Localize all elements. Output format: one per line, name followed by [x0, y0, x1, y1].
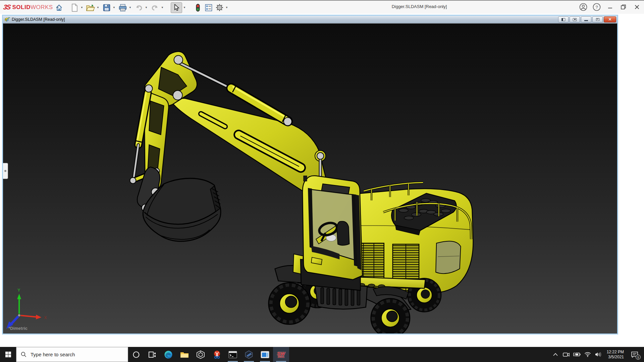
terminal-icon	[228, 351, 237, 358]
system-tray: 12:22 PM 3/5/2021 1	[551, 347, 644, 362]
task-view-icon	[148, 351, 156, 358]
tray-wifi-button[interactable]	[583, 347, 592, 362]
solidworks-logo: 3S SOLIDWORKS ▸	[3, 3, 59, 11]
taskbar-item-file-explorer[interactable]	[176, 347, 193, 362]
appearance-button[interactable]	[193, 2, 203, 13]
scissors-app-icon	[212, 350, 221, 359]
edge-icon	[164, 350, 173, 359]
tray-volume-button[interactable]	[594, 347, 603, 362]
new-document-dropdown[interactable]: ▼	[80, 2, 84, 13]
taskbar-item-window-app[interactable]	[257, 347, 273, 362]
document-window: Digger.SLDASM [Read-only] ✕	[2, 15, 618, 335]
doc-restore-icon	[596, 18, 599, 21]
splitter-dot-icon	[4, 170, 6, 172]
print-dropdown[interactable]: ▼	[128, 2, 132, 13]
help-button[interactable]: ?	[592, 2, 602, 12]
doc-minimize-icon	[584, 20, 588, 21]
svg-text:?: ?	[595, 5, 598, 10]
save-dropdown[interactable]: ▼	[112, 2, 116, 13]
new-document-icon	[71, 4, 78, 12]
save-button[interactable]	[102, 2, 112, 13]
search-icon	[21, 352, 26, 357]
start-button[interactable]	[0, 347, 16, 362]
assembly-icon	[5, 17, 10, 22]
file-explorer-icon	[180, 351, 189, 358]
brand-works: WORKS	[31, 4, 53, 10]
home-icon	[55, 4, 63, 11]
redo-button[interactable]	[150, 2, 160, 13]
wheel-front-outer[interactable]	[269, 283, 310, 324]
windows-logo-icon	[5, 352, 11, 357]
search-input[interactable]: Type here to search	[16, 347, 128, 362]
volume-icon	[595, 352, 601, 357]
open-dropdown[interactable]: ▼	[96, 2, 100, 13]
minimize-button[interactable]	[605, 2, 615, 12]
options-button[interactable]	[214, 2, 224, 13]
orientation-triad: Y X	[6, 288, 47, 329]
view-orientation-label: *Dimetric	[8, 326, 28, 331]
taskbar-item-solidworks[interactable]: SW 2021	[273, 347, 289, 362]
doc-close-button[interactable]: ✕	[604, 16, 616, 22]
notification-badge: 1	[636, 355, 641, 360]
action-center-button[interactable]: 1	[628, 347, 641, 362]
taskbar-item-snip-app[interactable]	[209, 347, 225, 362]
3d-viewer-icon	[196, 350, 205, 359]
undo-button[interactable]	[134, 2, 144, 13]
tray-clock[interactable]: 12:22 PM 3/5/2021	[605, 350, 626, 360]
new-document-button[interactable]	[69, 2, 79, 13]
display-list-icon	[205, 4, 212, 11]
main-toolbar: ▼ ▼ ▼	[54, 1, 230, 14]
open-button[interactable]	[86, 2, 96, 13]
window-app-icon	[261, 351, 269, 358]
display-list-button[interactable]	[204, 2, 214, 13]
select-tool-button[interactable]	[171, 2, 182, 13]
app-titlebar: 3S SOLIDWORKS ▸ ▼ ▼	[0, 0, 644, 14]
account-icon	[579, 3, 587, 11]
document-title: Digger.SLDASM [Read-only]	[12, 17, 65, 22]
doc-restore-button[interactable]	[592, 16, 603, 22]
tray-chevron-button[interactable]	[551, 347, 560, 362]
solidworks-logo-icon: 3S	[3, 3, 11, 11]
home-button[interactable]	[54, 2, 64, 13]
redo-dropdown[interactable]: ▼	[160, 2, 164, 13]
doc-pane-right-button[interactable]	[570, 16, 580, 22]
brand-solid: SOLID	[12, 4, 30, 10]
restore-button[interactable]	[619, 2, 629, 12]
open-folder-icon	[86, 4, 95, 11]
hexagon-app-icon	[245, 350, 253, 359]
undo-icon	[135, 4, 143, 11]
taskbar-item-hexagon-app[interactable]	[241, 347, 257, 362]
select-tool-dropdown[interactable]: ▼	[182, 2, 186, 13]
print-button[interactable]	[118, 2, 128, 13]
taskbar-item-terminal[interactable]	[225, 347, 241, 362]
tray-time: 12:22 PM	[607, 350, 624, 355]
doc-minimize-button[interactable]	[581, 16, 591, 22]
account-button[interactable]	[578, 2, 588, 12]
pane-right-icon	[573, 18, 577, 21]
triad-y-label: Y	[17, 288, 20, 293]
triad-x-label: X	[44, 315, 47, 320]
tray-meet-now-button[interactable]	[562, 347, 571, 362]
close-button[interactable]	[632, 2, 642, 12]
taskbar-item-cortana[interactable]	[128, 347, 144, 362]
save-icon	[103, 4, 110, 11]
pane-left-icon	[561, 18, 565, 21]
undo-dropdown[interactable]: ▼	[144, 2, 148, 13]
wifi-icon	[584, 352, 591, 357]
digger-model[interactable]: Y X	[3, 23, 617, 334]
graphics-viewport[interactable]: Y X *Dimetric	[3, 23, 617, 334]
wheel-rear-outer[interactable]	[371, 298, 410, 334]
taskbar-item-task-view[interactable]	[144, 347, 160, 362]
doc-pane-left-button[interactable]	[558, 16, 569, 22]
tray-date: 3/5/2021	[607, 355, 624, 360]
cab[interactable]	[301, 176, 363, 290]
tray-battery-button[interactable]	[573, 347, 581, 362]
options-dropdown[interactable]: ▼	[225, 2, 229, 13]
featuremanager-splitter[interactable]	[3, 163, 8, 179]
taskbar-item-edge[interactable]	[160, 347, 176, 362]
taskbar-item-3d-viewer[interactable]	[193, 347, 209, 362]
help-icon: ?	[593, 3, 601, 11]
document-titlebar[interactable]: Digger.SLDASM [Read-only] ✕	[3, 16, 617, 23]
battery-icon	[573, 352, 581, 357]
doc-close-icon: ✕	[608, 17, 611, 21]
